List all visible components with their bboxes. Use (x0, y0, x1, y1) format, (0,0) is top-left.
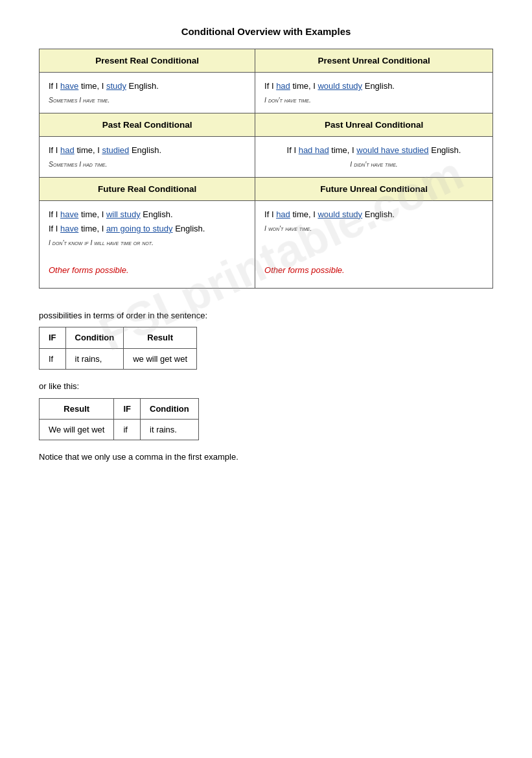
content-past-unreal: If I had had time, I would have studied … (255, 136, 493, 177)
past-real-word1: had (60, 145, 75, 155)
future-unreal-other: Other forms possible. (264, 265, 345, 275)
past-unreal-note: I didn't have time. (264, 159, 483, 171)
past-real-note: Sometimes I had time. (49, 159, 246, 171)
present-unreal-sentence: If I had time, I would study English. (264, 81, 395, 91)
future-unreal-word2: would study (318, 209, 362, 219)
content-present-real: If I have time, I study English. Sometim… (40, 73, 255, 113)
table1-header-if: IF (40, 327, 66, 348)
table1-header-result: Result (124, 327, 197, 348)
below-section: possibilities in terms of order in the s… (39, 308, 493, 465)
past-real-word2: studied (102, 145, 129, 155)
table2: Result IF Condition We will get wet if i… (39, 398, 199, 441)
future-unreal-note: I won't have time. (264, 223, 483, 235)
past-unreal-word2: would have studied (356, 145, 428, 155)
future-unreal-word1: had (276, 209, 290, 219)
present-unreal-word1: had (276, 81, 290, 91)
present-real-word2: study (106, 81, 126, 91)
content-past-real: If I had time, I studied English. Someti… (40, 136, 255, 177)
table2-header-result: Result (40, 398, 114, 419)
future-unreal-sentence: If I had time, I would study English. (264, 209, 395, 219)
present-real-note: Sometimes I have time. (49, 95, 246, 106)
table2-cell-result: We will get wet (40, 420, 114, 440)
present-unreal-word2: would study (318, 81, 362, 91)
header-past-unreal: Past Unreal Conditional (255, 113, 493, 136)
table1-row: If it rains, we will get wet (40, 348, 197, 369)
future-real-note: I don't know if I will have time or not. (49, 237, 246, 249)
header-future-unreal: Future Unreal Conditional (255, 177, 493, 200)
future-real-have2: have (60, 224, 78, 233)
future-real-line1: If I have time, I will study English. (49, 209, 173, 219)
table1: IF Condition Result If it rains, we will… (39, 327, 197, 370)
past-unreal-word1: had had (299, 145, 329, 155)
table1-cell-result: we will get wet (124, 348, 197, 369)
header-present-unreal: Present Unreal Conditional (255, 49, 493, 73)
table2-cell-if: if (114, 420, 141, 440)
content-future-unreal: If I had time, I would study English. I … (255, 200, 493, 288)
present-unreal-note: I don't have time. (264, 95, 483, 106)
future-real-have1: have (60, 209, 78, 219)
future-real-going: am going to study (106, 224, 173, 233)
past-real-sentence: If I had time, I studied English. (49, 145, 161, 155)
table2-row: We will get wet if it rains. (40, 420, 199, 440)
future-real-will: will study (106, 209, 141, 219)
below-intro: possibilities in terms of order in the s… (39, 308, 493, 323)
table1-header-condition: Condition (65, 327, 124, 348)
past-unreal-sentence: If I had had time, I would have studied … (287, 145, 461, 155)
main-table: Present Real Conditional Present Unreal … (39, 49, 493, 289)
page-title: Conditional Overview with Examples (39, 26, 493, 37)
present-real-sentence: If I have time, I study English. (49, 81, 159, 91)
below-middle: or like this: (39, 379, 493, 394)
present-real-word1: have (60, 81, 78, 91)
header-past-real: Past Real Conditional (40, 113, 255, 136)
table2-header-condition: Condition (141, 398, 199, 419)
notice-text: Notice that we only use a comma in the f… (39, 449, 493, 464)
future-real-line2: If I have time, I am going to study Engl… (49, 224, 205, 233)
header-present-real: Present Real Conditional (40, 49, 255, 73)
content-present-unreal: If I had time, I would study English. I … (255, 73, 493, 113)
header-future-real: Future Real Conditional (40, 177, 255, 200)
table2-cell-condition: it rains. (141, 420, 199, 440)
future-real-other: Other forms possible. (49, 265, 129, 275)
table1-cell-if: If (40, 348, 66, 369)
table1-cell-condition: it rains, (65, 348, 124, 369)
table2-header-if: IF (114, 398, 141, 419)
content-future-real: If I have time, I will study English. If… (40, 200, 255, 288)
